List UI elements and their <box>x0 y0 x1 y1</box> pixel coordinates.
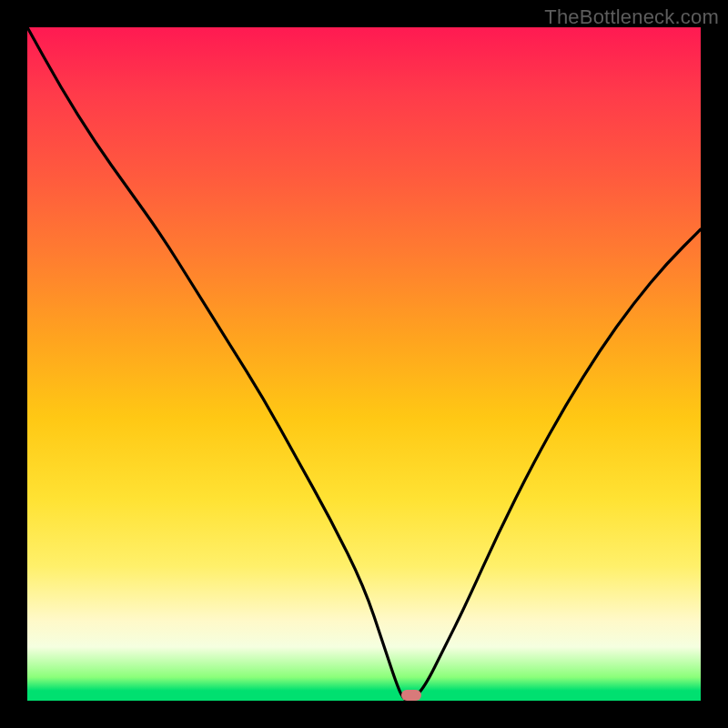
chart-frame: TheBottleneck.com <box>0 0 728 728</box>
optimal-point-marker <box>401 690 421 701</box>
watermark-text: TheBottleneck.com <box>544 5 719 29</box>
plot-area <box>27 27 701 701</box>
bottleneck-curve <box>27 27 701 701</box>
